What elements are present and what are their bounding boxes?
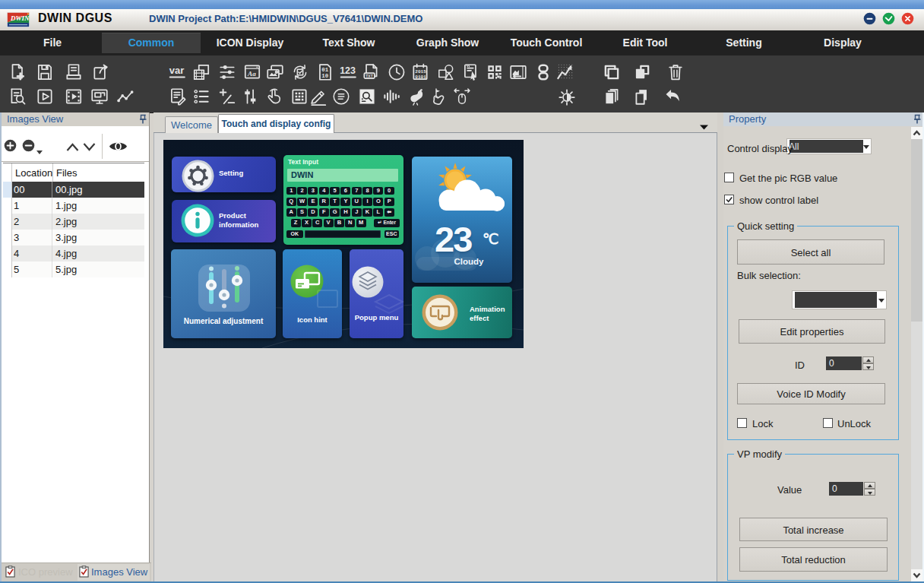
- key-h[interactable]: H: [340, 208, 350, 217]
- shape-display-icon[interactable]: [436, 62, 456, 82]
- key-s[interactable]: S: [297, 208, 307, 217]
- menu-item-graph-show[interactable]: Graph Show: [398, 30, 497, 55]
- key-g[interactable]: G: [330, 208, 340, 217]
- key-b[interactable]: B: [334, 219, 344, 227]
- property-scrollbar[interactable]: [911, 127, 922, 583]
- close-button[interactable]: [901, 12, 914, 25]
- key-8[interactable]: 8: [362, 187, 372, 195]
- hand-flag-icon[interactable]: [429, 87, 449, 106]
- tile-text-input-keyboard[interactable]: Text Input DWIN 1234567890QWERTYUIOPASDF…: [283, 155, 403, 245]
- tile-icon-hint[interactable]: Icon hint: [283, 249, 342, 338]
- variable-icon[interactable]: var: [167, 62, 187, 82]
- rotation-adjust-icon[interactable]: [290, 62, 310, 82]
- key-l[interactable]: L: [373, 208, 383, 217]
- export-project-icon[interactable]: [91, 62, 111, 82]
- keypad-input-icon[interactable]: [290, 87, 309, 106]
- key-0[interactable]: 0: [384, 187, 394, 195]
- key-space[interactable]: [305, 230, 381, 239]
- save-icon[interactable]: [35, 62, 55, 82]
- key-7[interactable]: 7: [352, 187, 362, 195]
- qr-code-icon[interactable]: [485, 62, 505, 82]
- key-i[interactable]: I: [362, 198, 372, 206]
- number-display-icon[interactable]: 123: [338, 62, 358, 82]
- get-rgb-checkbox[interactable]: [724, 173, 734, 182]
- calendar-display-icon[interactable]: 20150101: [410, 62, 430, 82]
- list-select-icon[interactable]: [191, 87, 211, 106]
- show-control-label-checkbox[interactable]: [724, 195, 734, 204]
- tile-numerical-adjustment[interactable]: Numerical adjustment: [171, 249, 276, 338]
- menu-item-common[interactable]: Common: [102, 33, 201, 53]
- play-icon[interactable]: [35, 87, 55, 106]
- key-q[interactable]: Q: [286, 198, 296, 206]
- key-backspace[interactable]: ⬅: [384, 208, 394, 217]
- tile-popup-menu[interactable]: Popup menu: [350, 249, 403, 338]
- total-increase-button[interactable]: Total increase: [739, 518, 888, 541]
- image-row-4[interactable]: 44.jpg: [3, 246, 144, 261]
- touch-action-icon[interactable]: [264, 87, 284, 106]
- new-project-icon[interactable]: [8, 62, 27, 82]
- graphic-art-icon[interactable]: [407, 87, 426, 106]
- save-all-icon[interactable]: [64, 62, 84, 82]
- key-x[interactable]: X: [302, 219, 312, 227]
- image-row-5[interactable]: 55.jpg: [3, 261, 144, 277]
- icon-animation-icon[interactable]: [191, 62, 211, 82]
- image-row-2[interactable]: 22.jpg: [3, 214, 144, 230]
- slider-adjust-icon[interactable]: [217, 62, 237, 82]
- menu-item-display[interactable]: Display: [793, 30, 892, 55]
- tile-setting[interactable]: Setting: [172, 157, 276, 192]
- key-5[interactable]: 5: [330, 187, 340, 195]
- artistic-variable-icon[interactable]: Aa: [242, 62, 262, 82]
- menu-item-icon-display[interactable]: ICON Display: [201, 30, 299, 55]
- scrollbar-thumb[interactable]: [911, 139, 922, 322]
- key-t[interactable]: T: [330, 198, 340, 206]
- preview-eye-icon[interactable]: [109, 140, 128, 156]
- trend-chart-icon[interactable]: [555, 62, 574, 82]
- control-display-combobox[interactable]: All: [786, 138, 872, 154]
- key-c[interactable]: C: [312, 219, 322, 227]
- key-v[interactable]: V: [324, 219, 334, 227]
- select-all-button[interactable]: Select all: [737, 239, 884, 265]
- screen-preview-icon[interactable]: [90, 87, 109, 106]
- hmi-screen-preview[interactable]: Setting Productinformation Text Input: [163, 140, 524, 348]
- copy-icon[interactable]: [602, 62, 622, 82]
- image-row-00[interactable]: 0000.jpg: [3, 182, 144, 198]
- key-u[interactable]: U: [352, 198, 362, 206]
- paste-icon[interactable]: [632, 62, 652, 82]
- menu-item-touch-control[interactable]: Touch Control: [497, 30, 596, 55]
- key-enter[interactable]: ↵ Enter: [374, 219, 400, 227]
- brightness-icon[interactable]: [557, 87, 577, 106]
- value-input[interactable]: 0: [829, 482, 863, 496]
- text-scroll-icon[interactable]: [331, 87, 351, 106]
- menu-item-text-show[interactable]: Text Show: [299, 30, 398, 55]
- key-f[interactable]: F: [319, 208, 329, 217]
- move-down-icon[interactable]: [82, 141, 97, 155]
- key-j[interactable]: J: [352, 208, 362, 217]
- key-k[interactable]: K: [362, 208, 372, 217]
- text-edit-icon[interactable]: [168, 87, 188, 106]
- bit-variable-icon[interactable]: 0110: [315, 62, 335, 82]
- pin-icon[interactable]: [913, 114, 922, 127]
- pin-icon[interactable]: [138, 114, 147, 127]
- edit-properties-button[interactable]: Edit properties: [739, 319, 885, 344]
- search-file-icon[interactable]: [8, 87, 27, 106]
- image-row-3[interactable]: 33.jpg: [3, 230, 144, 246]
- copy-page-icon[interactable]: [602, 87, 622, 106]
- key-6[interactable]: 6: [340, 187, 350, 195]
- key-4[interactable]: 4: [319, 187, 329, 195]
- key-9[interactable]: 9: [373, 187, 383, 195]
- design-canvas[interactable]: Setting Productinformation Text Input: [153, 133, 717, 583]
- data-transmit-icon[interactable]: [533, 62, 553, 82]
- delete-icon[interactable]: [666, 62, 685, 82]
- id-input[interactable]: 0: [826, 356, 862, 370]
- remove-menu-arrow-icon[interactable]: [36, 144, 43, 158]
- dock-tab-ico-preview[interactable]: ICO preview: [5, 564, 74, 581]
- form-touch-icon[interactable]: [461, 62, 481, 82]
- image-animation-icon[interactable]: [508, 62, 528, 82]
- key-e[interactable]: E: [308, 198, 318, 206]
- slider-vertical-icon[interactable]: [240, 87, 260, 106]
- image-row-1[interactable]: 11.jpg: [3, 198, 144, 214]
- value-spinner[interactable]: [864, 482, 875, 496]
- id-spinner[interactable]: [862, 356, 874, 370]
- scroll-up-icon[interactable]: [911, 127, 922, 139]
- video-preview-icon[interactable]: [64, 87, 84, 106]
